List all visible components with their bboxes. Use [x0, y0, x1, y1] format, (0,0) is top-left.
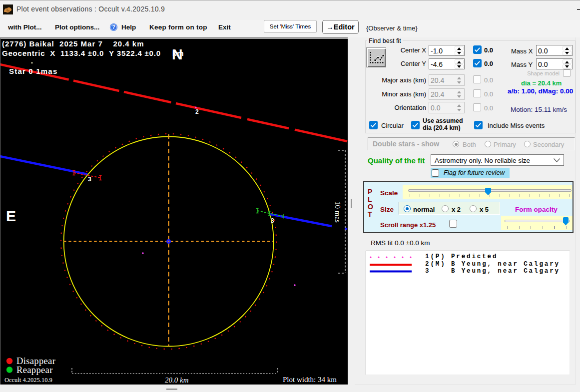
svg-text:E: E	[6, 208, 16, 224]
svg-text:Disappear: Disappear	[16, 356, 55, 366]
svg-text:Plot width: 34 km: Plot width: 34 km	[283, 376, 337, 384]
svg-text:20.0 km: 20.0 km	[165, 376, 189, 384]
svg-text:(2776) Baikal 2025 Mar 7 2: (2776) Baikal 2025 Mar 7 20.4 km	[2, 39, 144, 48]
svg-text:3: 3	[271, 217, 274, 224]
svg-text:Star 0 1mas: Star 0 1mas	[9, 67, 57, 75]
svg-text:?: ?	[112, 24, 115, 30]
svg-text:10 mas: 10 mas	[334, 201, 342, 223]
svg-text:3: 3	[88, 176, 91, 183]
svg-text:N: N	[172, 46, 183, 62]
svg-text:2: 2	[195, 108, 199, 115]
svg-text:Reappear: Reappear	[16, 365, 53, 375]
svg-text:Occult 4.2025.10.9: Occult 4.2025.10.9	[4, 377, 52, 384]
svg-text:Geocentric X 1133.4 ±0.0 Y: Geocentric X 1133.4 ±0.0 Y 3522.4 ±0.0	[2, 49, 161, 57]
